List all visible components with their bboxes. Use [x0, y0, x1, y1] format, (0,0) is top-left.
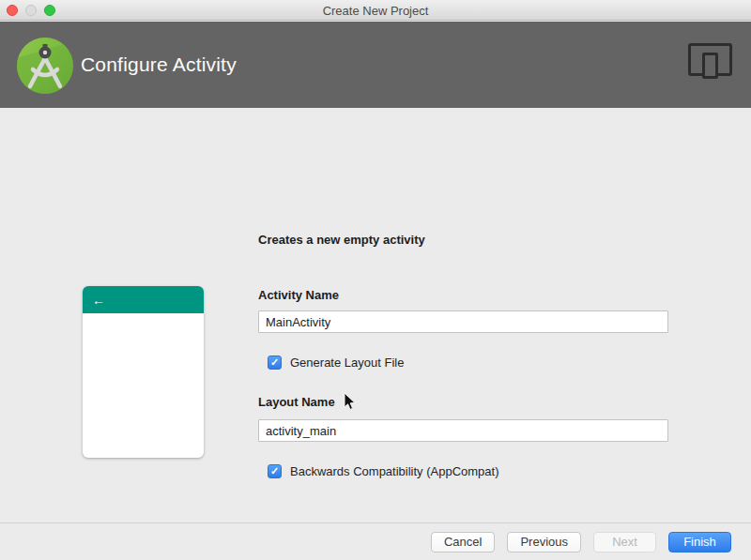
android-studio-logo-icon — [17, 38, 73, 94]
previous-button[interactable]: Previous — [507, 532, 581, 552]
back-arrow-icon: ← — [92, 293, 105, 308]
activity-name-label: Activity Name — [258, 288, 339, 302]
preview-appbar: ← — [83, 286, 204, 313]
mouse-cursor — [344, 393, 357, 412]
activity-preview-thumbnail: ← — [83, 286, 204, 458]
next-button[interactable]: Next — [593, 532, 656, 552]
device-preview-icon — [688, 43, 732, 90]
backwards-compat-checkbox[interactable]: ✓ — [268, 464, 282, 478]
activity-description: Creates a new empty activity — [258, 233, 425, 247]
traffic-lights — [7, 5, 55, 16]
layout-name-label: Layout Name — [258, 395, 335, 409]
generate-layout-label[interactable]: Generate Layout File — [290, 356, 404, 370]
activity-name-input[interactable] — [258, 310, 668, 333]
minimize-button[interactable] — [25, 5, 37, 16]
finish-button[interactable]: Finish — [668, 532, 731, 552]
close-button[interactable] — [7, 5, 18, 16]
generate-layout-row: ✓ Generate Layout File — [268, 356, 404, 370]
content-area: Creates a new empty activity ← Activity … — [0, 108, 751, 523]
backwards-compat-label[interactable]: Backwards Compatibility (AppCompat) — [290, 464, 499, 478]
window-title: Create New Project — [0, 0, 751, 21]
footer-button-bar: Cancel Previous Next Finish — [0, 523, 751, 560]
zoom-button[interactable] — [44, 5, 55, 16]
generate-layout-checkbox[interactable]: ✓ — [268, 356, 282, 370]
create-new-project-dialog: Create New Project Configure Activity — [0, 0, 751, 560]
phone-icon — [702, 53, 718, 79]
titlebar: Create New Project — [0, 0, 751, 21]
layout-name-input[interactable] — [258, 419, 668, 442]
backwards-compat-row: ✓ Backwards Compatibility (AppCompat) — [268, 464, 499, 478]
cancel-button[interactable]: Cancel — [431, 532, 495, 552]
page-title: Configure Activity — [81, 22, 237, 108]
wizard-header: Configure Activity — [0, 22, 751, 108]
